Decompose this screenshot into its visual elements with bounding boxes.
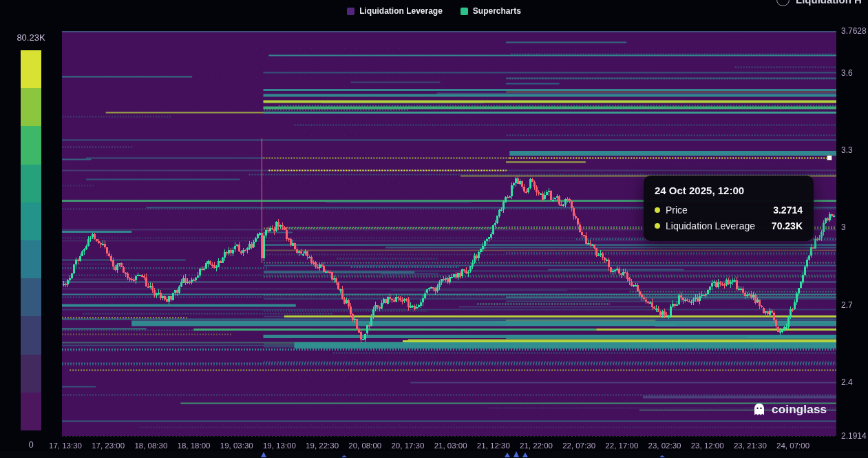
colorbar-segment	[21, 240, 41, 278]
y-axis-label: 2.4	[841, 377, 853, 387]
x-axis-label: 19, 13:00	[263, 441, 296, 450]
x-axis-label: 20, 17:30	[391, 441, 424, 450]
x-axis-label: 17, 13:30	[49, 441, 82, 450]
y-axis-label: 2.7	[841, 300, 853, 310]
watermark-label: coinglass	[772, 403, 827, 417]
colorbar-segment	[21, 278, 41, 316]
x-axis-label: 21, 12:30	[477, 441, 510, 450]
colorbar-segment	[21, 355, 41, 393]
colorbar-segment	[21, 165, 41, 202]
y-axis-label: 3.3	[841, 145, 853, 155]
colorbar-max-label: 80.23K	[15, 32, 47, 43]
y-axis-label: 3.7628	[841, 26, 867, 36]
toggle-label: Liquidation H	[796, 0, 862, 6]
liquidation-heatmap-toggle[interactable]: Liquidation H	[776, 0, 868, 9]
tooltip-row-price: Price 3.2714	[655, 205, 803, 216]
tooltip-row-label: Price	[666, 205, 768, 216]
tooltip-row-value: 70.23K	[772, 220, 803, 231]
x-axis-label: 19, 22:30	[306, 441, 339, 450]
legend-label: Supercharts	[473, 6, 521, 16]
colorbar-min-label: 0	[15, 439, 47, 450]
tooltip-row-value: 3.2714	[773, 205, 803, 216]
tooltip-row-liquidation-leverage: Liquidation Leverage 70.23K	[655, 220, 803, 231]
x-axis-label: 21, 22:00	[520, 441, 553, 450]
tooltip-title: 24 Oct 2025, 12:00	[655, 185, 803, 196]
tooltip-row-label: Liquidation Leverage	[666, 220, 766, 231]
tooltip: 24 Oct 2025, 12:00 Price 3.2714 Liquidat…	[644, 176, 814, 241]
colorbar	[21, 50, 41, 430]
colorbar-segment	[21, 316, 41, 354]
x-axis-label: 17, 23:00	[92, 441, 125, 450]
legend-swatch-purple-icon	[347, 8, 354, 15]
legend-item-supercharts[interactable]: Supercharts	[461, 6, 521, 16]
coinglass-ghost-icon	[752, 402, 767, 417]
colorbar-segment	[21, 126, 41, 164]
x-axis-label: 22, 17:00	[605, 441, 638, 450]
x-axis-label: 23, 12:00	[691, 441, 724, 450]
x-axis-label: 19, 03:30	[220, 441, 253, 450]
x-axis-label: 18, 18:00	[178, 441, 211, 450]
radio-icon	[776, 0, 790, 6]
y-axis-label: 3	[841, 222, 846, 232]
colorbar-segment	[21, 88, 41, 126]
y-axis-label: 2.1914	[841, 431, 867, 441]
liquidation-leverage-dot-icon	[655, 223, 660, 229]
legend-item-liquidation-leverage[interactable]: Liquidation Leverage	[347, 6, 443, 16]
x-axis-label: 21, 03:00	[434, 441, 467, 450]
x-axis-label: 22, 07:30	[562, 441, 595, 450]
x-axis-label: 23, 21:30	[734, 441, 767, 450]
hover-price-marker	[827, 155, 832, 160]
x-axis-label: 24, 07:00	[776, 441, 809, 450]
legend-label: Liquidation Leverage	[359, 6, 443, 16]
page-background: { "legend": { "items": [ {"label": "Liqu…	[0, 0, 868, 458]
x-axis-label: 20, 08:00	[348, 441, 381, 450]
colorbar-segment	[21, 202, 41, 240]
x-axis-label: 18, 08:30	[134, 441, 167, 450]
price-dot-icon	[655, 207, 660, 213]
x-axis-label: 23, 02:30	[648, 441, 681, 450]
legend-swatch-green-icon	[461, 8, 468, 15]
y-axis-label: 3.6	[841, 68, 853, 78]
colorbar-segment	[21, 393, 41, 430]
colorbar-segment	[21, 50, 41, 88]
coinglass-watermark: coinglass	[752, 402, 827, 417]
chart-legend: Liquidation Leverage Supercharts	[0, 6, 868, 16]
